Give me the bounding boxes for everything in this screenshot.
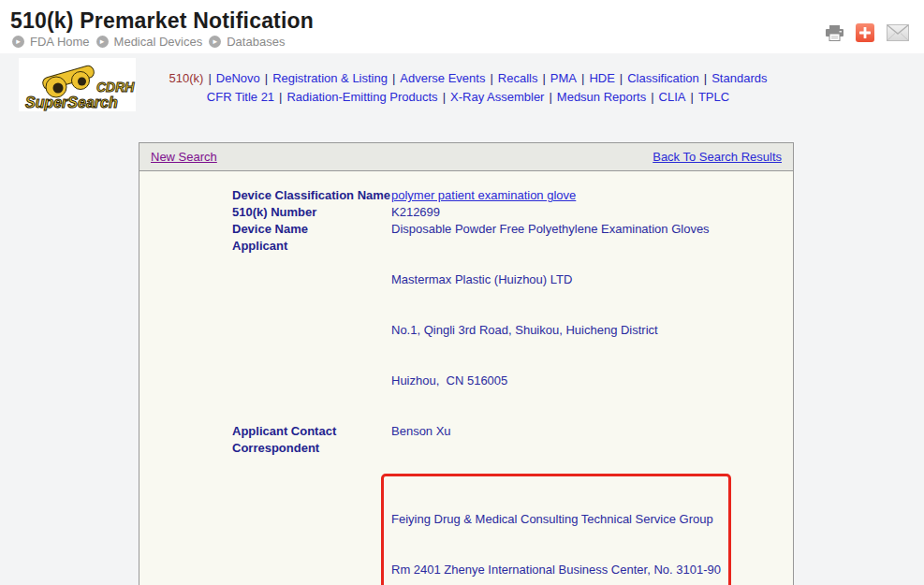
detail-row-device-name: Device Name Disposable Powder Free Polye… (232, 221, 774, 238)
print-icon[interactable] (826, 25, 843, 41)
header-action-icons (826, 23, 909, 42)
address-line: Feiying Drug & Medical Consulting Techni… (391, 511, 721, 528)
new-search-link[interactable]: New Search (151, 150, 217, 164)
breadcrumb-label[interactable]: FDA Home (30, 35, 90, 49)
nav-link-denovo[interactable]: DeNovo (216, 71, 260, 85)
database-nav: 510(k)|DeNovo|Registration & Listing|Adv… (159, 69, 777, 107)
nav-separator: | (279, 90, 282, 104)
field-label: Correspondent (232, 440, 391, 457)
detail-row-correspondent: Correspondent Feiying Drug & Medical Con… (232, 440, 774, 585)
page-title: 510(k) Premarket Notification (10, 8, 314, 34)
field-label: Device Name (232, 221, 391, 238)
field-value: Disposable Powder Free Polyethylene Exam… (391, 221, 710, 238)
nav-link-cfr-title-21[interactable]: CFR Title 21 (207, 90, 274, 104)
logo-text-cdrh: CDRH (96, 80, 135, 95)
nav-row-2: CFR Title 21|Radiation-Emitting Products… (159, 88, 777, 107)
nav-separator: | (392, 71, 395, 85)
correspondent-address: Feiying Drug & Medical Consulting Techni… (391, 440, 731, 585)
address-line: Huizhou, CN 516005 (391, 373, 658, 389)
field-label: Applicant Contact (232, 423, 391, 440)
nav-separator: | (651, 90, 653, 104)
field-label: Device Classification Name (232, 187, 391, 204)
applicant-address: Mastermax Plastic (Huizhou) LTD No.1, Qi… (391, 238, 658, 423)
red-annotation-box: Feiying Drug & Medical Consulting Techni… (381, 474, 731, 585)
nav-link-hde[interactable]: HDE (589, 71, 614, 85)
address-line: Rm 2401 Zhenye International Business Ce… (391, 562, 721, 578)
device-classification-link[interactable]: polymer patient examination glove (391, 188, 576, 202)
page-header: 510(k) Premarket Notification ▸ FDA Home… (0, 0, 924, 53)
field-label: 510(k) Number (232, 204, 391, 221)
breadcrumb-item-databases[interactable]: ▸ Databases (209, 35, 285, 49)
nav-separator: | (704, 71, 707, 85)
detail-row-applicant-contact: Applicant Contact Benson Xu (232, 423, 774, 440)
nav-link-adverse-events[interactable]: Adverse Events (400, 71, 485, 85)
breadcrumb-label[interactable]: Databases (227, 35, 285, 49)
detail-row-510k-number: 510(k) Number K212699 (232, 204, 774, 221)
nav-separator: | (549, 90, 551, 104)
record-details: Device Classification Name polymer patie… (139, 171, 794, 585)
address-line: No.1, Qingli 3rd Road, Shuikou, Huicheng… (391, 322, 658, 339)
back-to-search-results-link[interactable]: Back To Search Results (653, 150, 782, 164)
nav-link-xray-assembler[interactable]: X-Ray Assembler (450, 90, 544, 104)
breadcrumb-item-medical-devices[interactable]: ▸ Medical Devices (96, 35, 203, 49)
nav-link-510k[interactable]: 510(k) (169, 71, 204, 85)
nav-link-clia[interactable]: CLIA (659, 90, 686, 104)
cdrh-supersearch-logo[interactable]: CDRH SuperSearch (19, 58, 136, 111)
nav-link-medsun-reports[interactable]: Medsun Reports (557, 90, 646, 104)
detail-row-applicant: Applicant Mastermax Plastic (Huizhou) LT… (232, 238, 774, 423)
nav-separator: | (620, 71, 623, 85)
nav-separator: | (542, 71, 545, 85)
nav-link-registration-listing[interactable]: Registration & Listing (272, 71, 388, 85)
nav-link-classification[interactable]: Classification (627, 71, 699, 85)
breadcrumb: ▸ FDA Home ▸ Medical Devices ▸ Databases (12, 35, 285, 49)
field-value: K212699 (391, 204, 440, 221)
detail-row-device-classification: Device Classification Name polymer patie… (232, 187, 774, 204)
nav-link-radiation-emitting[interactable]: Radiation-Emitting Products (286, 90, 437, 104)
nav-separator: | (443, 90, 446, 104)
address-line: Mastermax Plastic (Huizhou) LTD (391, 271, 658, 288)
nav-link-recalls[interactable]: Recalls (498, 71, 538, 85)
chevron-right-circle-icon: ▸ (209, 36, 221, 48)
nav-separator: | (691, 90, 694, 104)
nav-link-pma[interactable]: PMA (550, 71, 577, 85)
nav-link-standards[interactable]: Standards (711, 71, 767, 85)
record-panel: New Search Back To Search Results Device… (139, 142, 794, 585)
nav-link-tplc[interactable]: TPLC (698, 90, 729, 104)
nav-separator: | (208, 71, 211, 85)
nav-separator: | (490, 71, 492, 85)
nav-separator: | (581, 71, 584, 85)
chevron-right-circle-icon: ▸ (12, 36, 24, 48)
breadcrumb-item-fda-home[interactable]: ▸ FDA Home (12, 35, 90, 49)
nav-row-1: 510(k)|DeNovo|Registration & Listing|Adv… (159, 69, 777, 88)
nav-separator: | (265, 71, 268, 85)
field-label: Applicant (232, 238, 391, 255)
panel-toolbar: New Search Back To Search Results (139, 142, 794, 171)
share-plus-icon[interactable] (856, 23, 874, 42)
email-icon[interactable] (887, 24, 909, 41)
logo-text-supersearch: SuperSearch (25, 95, 118, 110)
breadcrumb-label[interactable]: Medical Devices (114, 35, 203, 49)
field-value: Benson Xu (391, 423, 451, 440)
chevron-right-circle-icon: ▸ (96, 36, 109, 48)
